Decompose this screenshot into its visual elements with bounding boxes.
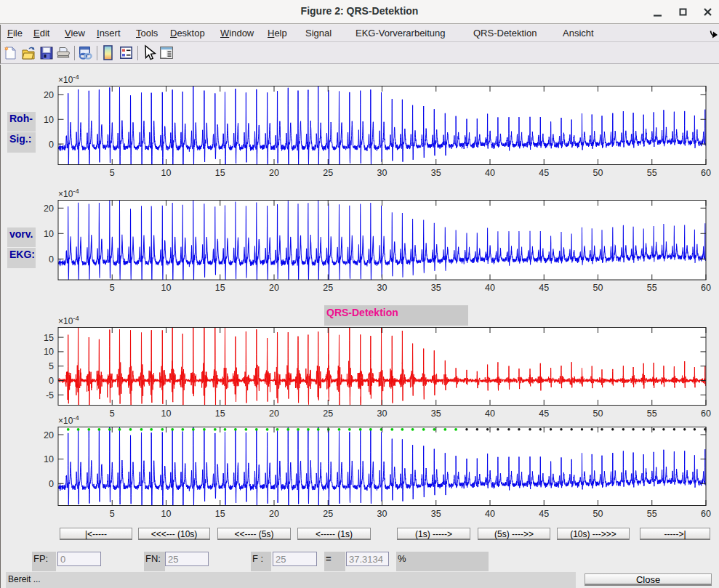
svg-text:15: 15 bbox=[215, 168, 225, 178]
svg-text:60: 60 bbox=[701, 509, 711, 519]
svg-text:5: 5 bbox=[49, 361, 54, 371]
svg-text:45: 45 bbox=[539, 509, 549, 519]
svg-text:50: 50 bbox=[593, 168, 603, 178]
svg-text:×10-4: ×10-4 bbox=[58, 73, 79, 85]
svg-text:40: 40 bbox=[485, 408, 495, 419]
svg-text:60: 60 bbox=[701, 283, 711, 293]
svg-text:35: 35 bbox=[431, 408, 441, 419]
svg-text:10: 10 bbox=[161, 408, 172, 419]
svg-text:50: 50 bbox=[593, 408, 603, 419]
svg-text:0: 0 bbox=[49, 376, 54, 386]
svg-text:10: 10 bbox=[44, 115, 54, 125]
svg-text:20: 20 bbox=[44, 204, 54, 214]
svg-text:×10-4: ×10-4 bbox=[58, 414, 79, 426]
svg-text:30: 30 bbox=[377, 408, 387, 419]
svg-text:×10-4: ×10-4 bbox=[58, 314, 79, 326]
svg-text:10: 10 bbox=[161, 283, 172, 293]
svg-text:20: 20 bbox=[269, 168, 279, 178]
svg-text:5: 5 bbox=[110, 283, 115, 293]
svg-text:30: 30 bbox=[377, 168, 387, 178]
svg-text:25: 25 bbox=[323, 509, 333, 519]
svg-text:10: 10 bbox=[161, 168, 172, 178]
svg-text:50: 50 bbox=[593, 509, 603, 519]
svg-text:55: 55 bbox=[647, 168, 657, 178]
svg-text:45: 45 bbox=[539, 283, 549, 293]
svg-text:30: 30 bbox=[377, 509, 387, 519]
svg-text:40: 40 bbox=[485, 509, 495, 519]
svg-text:10: 10 bbox=[44, 229, 54, 239]
svg-text:5: 5 bbox=[110, 509, 115, 519]
svg-text:15: 15 bbox=[44, 333, 54, 343]
svg-text:35: 35 bbox=[431, 283, 441, 293]
svg-text:10: 10 bbox=[44, 454, 54, 464]
svg-text:20: 20 bbox=[44, 90, 54, 100]
svg-text:55: 55 bbox=[647, 283, 657, 293]
svg-text:20: 20 bbox=[44, 430, 54, 440]
svg-text:35: 35 bbox=[431, 509, 441, 519]
svg-text:20: 20 bbox=[269, 408, 279, 419]
svg-text:20: 20 bbox=[269, 283, 279, 293]
svg-text:50: 50 bbox=[593, 283, 603, 293]
svg-text:40: 40 bbox=[485, 168, 495, 178]
svg-text:55: 55 bbox=[647, 408, 657, 419]
svg-text:0: 0 bbox=[49, 479, 54, 489]
svg-text:5: 5 bbox=[110, 168, 115, 178]
svg-text:0: 0 bbox=[49, 254, 54, 265]
svg-text:40: 40 bbox=[485, 283, 495, 293]
svg-text:15: 15 bbox=[215, 408, 225, 419]
svg-text:15: 15 bbox=[215, 509, 225, 519]
svg-text:55: 55 bbox=[647, 509, 657, 519]
svg-text:60: 60 bbox=[701, 408, 711, 419]
svg-text:0: 0 bbox=[49, 140, 54, 150]
svg-text:20: 20 bbox=[269, 509, 279, 519]
svg-text:60: 60 bbox=[701, 168, 711, 178]
svg-text:30: 30 bbox=[377, 283, 387, 293]
svg-text:10: 10 bbox=[44, 347, 54, 357]
svg-text:×10-4: ×10-4 bbox=[58, 187, 79, 199]
svg-text:10: 10 bbox=[161, 509, 172, 519]
svg-text:25: 25 bbox=[323, 283, 333, 293]
svg-text:-5: -5 bbox=[46, 390, 54, 400]
svg-text:35: 35 bbox=[431, 168, 441, 178]
svg-text:25: 25 bbox=[323, 408, 333, 419]
svg-text:5: 5 bbox=[110, 408, 115, 419]
svg-text:25: 25 bbox=[323, 168, 333, 178]
svg-text:45: 45 bbox=[539, 168, 549, 178]
svg-text:15: 15 bbox=[215, 283, 225, 293]
svg-text:45: 45 bbox=[539, 408, 549, 419]
